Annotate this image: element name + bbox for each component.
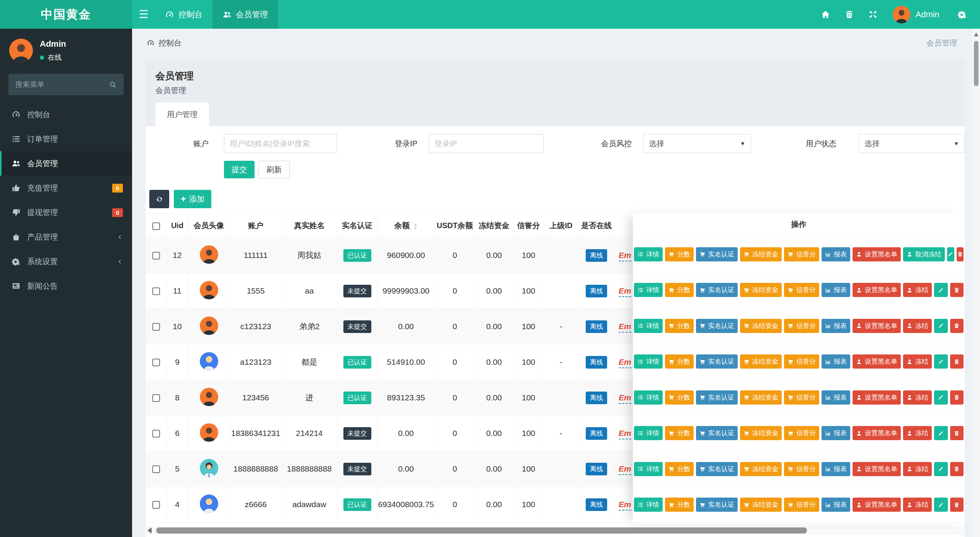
freeze-funds-button[interactable]: 冻结资金 xyxy=(740,283,782,297)
row-checkbox[interactable] xyxy=(152,287,160,295)
horizontal-scrollbar[interactable] xyxy=(145,526,965,535)
report-button[interactable]: 报表 xyxy=(822,283,850,297)
remark-link[interactable]: Em xyxy=(619,393,631,404)
score-button[interactable]: 分数 xyxy=(665,390,694,405)
user-status-select[interactable]: 选择 ▼ xyxy=(859,134,965,153)
login-ip-input[interactable] xyxy=(429,134,544,153)
score-button[interactable]: 分数 xyxy=(665,462,694,476)
scroll-left-arrow-icon[interactable] xyxy=(147,527,152,534)
brand-logo[interactable]: 中国黄金 xyxy=(0,0,132,29)
score-button[interactable]: 分数 xyxy=(665,498,694,512)
freeze-funds-button[interactable]: 冻结资金 xyxy=(740,319,782,333)
sidebar-item-0[interactable]: 控制台 xyxy=(0,102,132,127)
credit-score-button[interactable]: 信誉分 xyxy=(784,319,819,333)
row-checkbox[interactable] xyxy=(152,323,160,331)
set-blacklist-button[interactable]: 设置黑名单 xyxy=(853,426,901,440)
credit-score-button[interactable]: 信誉分 xyxy=(784,426,819,440)
scroll-up-arrow-icon[interactable] xyxy=(974,33,978,36)
member-avatar[interactable] xyxy=(200,352,218,371)
vertical-scrollbar-thumb[interactable] xyxy=(974,41,978,86)
member-avatar[interactable] xyxy=(200,388,218,406)
freeze-funds-button[interactable]: 冻结资金 xyxy=(740,354,782,369)
remark-link[interactable]: Em xyxy=(619,286,631,297)
row-checkbox[interactable] xyxy=(152,465,160,473)
unfreeze-button[interactable]: 取消冻结 xyxy=(903,247,945,261)
sidebar-item-7[interactable]: 新闻公告 xyxy=(0,274,132,298)
delete-button[interactable] xyxy=(950,498,964,512)
nav-tab-console[interactable]: 控制台 xyxy=(155,0,212,29)
credit-score-button[interactable]: 信誉分 xyxy=(784,247,819,261)
detail-button[interactable]: 详情 xyxy=(634,498,663,512)
sidebar-item-3[interactable]: 充值管理0 xyxy=(0,176,132,200)
credit-score-button[interactable]: 信誉分 xyxy=(784,498,819,512)
edit-button[interactable] xyxy=(934,354,948,369)
delete-button[interactable] xyxy=(950,462,964,476)
member-avatar[interactable] xyxy=(200,423,218,442)
report-button[interactable]: 报表 xyxy=(822,426,850,440)
score-button[interactable]: 分数 xyxy=(665,283,694,297)
reload-table-button[interactable] xyxy=(149,190,169,208)
remark-link[interactable]: Em xyxy=(619,322,631,333)
report-button[interactable]: 报表 xyxy=(822,462,850,476)
member-avatar[interactable] xyxy=(200,459,218,477)
horizontal-scrollbar-thumb[interactable] xyxy=(156,527,807,534)
select-all-checkbox[interactable] xyxy=(152,222,160,230)
clear-cache-button[interactable] xyxy=(838,10,861,19)
freeze-button[interactable]: 冻结 xyxy=(903,498,932,512)
delete-button[interactable] xyxy=(957,247,964,261)
user-name[interactable]: Admin xyxy=(916,10,939,20)
set-blacklist-button[interactable]: 设置黑名单 xyxy=(853,319,901,333)
edit-button[interactable] xyxy=(934,283,948,297)
freeze-funds-button[interactable]: 冻结资金 xyxy=(740,390,782,405)
freeze-button[interactable]: 冻结 xyxy=(903,426,932,440)
set-blacklist-button[interactable]: 设置黑名单 xyxy=(853,247,901,261)
report-button[interactable]: 报表 xyxy=(822,247,850,261)
score-button[interactable]: 分数 xyxy=(665,426,694,440)
credit-score-button[interactable]: 信誉分 xyxy=(784,354,819,369)
risk-select[interactable]: 选择 ▼ xyxy=(643,134,751,153)
tab-user-management[interactable]: 用户管理 xyxy=(155,103,209,126)
detail-button[interactable]: 详情 xyxy=(634,426,663,440)
report-button[interactable]: 报表 xyxy=(822,354,850,369)
row-checkbox[interactable] xyxy=(152,394,160,402)
submit-button[interactable]: 提交 xyxy=(224,161,255,178)
delete-button[interactable] xyxy=(950,354,964,369)
set-blacklist-button[interactable]: 设置黑名单 xyxy=(853,354,901,369)
remark-link[interactable]: Em xyxy=(619,429,631,439)
detail-button[interactable]: 详情 xyxy=(634,390,663,405)
realname-auth-button[interactable]: 实名认证 xyxy=(696,390,738,405)
detail-button[interactable]: 详情 xyxy=(634,247,663,261)
remark-link[interactable]: Em xyxy=(619,357,631,368)
freeze-button[interactable]: 冻结 xyxy=(903,354,932,369)
sidebar-item-4[interactable]: 提现管理0 xyxy=(0,200,132,225)
set-blacklist-button[interactable]: 设置黑名单 xyxy=(853,498,901,512)
add-member-button[interactable]: + 添加 xyxy=(174,190,211,208)
sort-icon[interactable]: ▲▼ xyxy=(413,222,418,230)
freeze-funds-button[interactable]: 冻结资金 xyxy=(740,426,782,440)
report-button[interactable]: 报表 xyxy=(822,498,850,512)
report-button[interactable]: 报表 xyxy=(822,390,850,405)
detail-button[interactable]: 详情 xyxy=(634,354,663,369)
row-checkbox[interactable] xyxy=(152,501,160,509)
vertical-scrollbar[interactable] xyxy=(972,29,980,537)
sidebar-item-5[interactable]: 产品管理 xyxy=(0,225,132,249)
realname-auth-button[interactable]: 实名认证 xyxy=(696,283,738,297)
sidebar-item-6[interactable]: 系统设置 xyxy=(0,249,132,274)
credit-score-button[interactable]: 信誉分 xyxy=(784,462,819,476)
freeze-funds-button[interactable]: 冻结资金 xyxy=(740,462,782,476)
edit-button[interactable] xyxy=(947,247,954,261)
edit-button[interactable] xyxy=(934,462,948,476)
remark-link[interactable]: Em xyxy=(619,500,631,511)
column-header[interactable]: 余额▲▼ xyxy=(377,214,435,238)
realname-auth-button[interactable]: 实名认证 xyxy=(696,426,738,440)
sidebar-toggle-button[interactable]: ☰ xyxy=(132,0,155,29)
set-blacklist-button[interactable]: 设置黑名单 xyxy=(853,283,901,297)
freeze-button[interactable]: 冻结 xyxy=(903,283,932,297)
score-button[interactable]: 分数 xyxy=(665,247,694,261)
account-search-input[interactable] xyxy=(224,134,337,153)
realname-auth-button[interactable]: 实名认证 xyxy=(696,247,738,261)
menu-search-input[interactable] xyxy=(15,80,109,89)
remark-link[interactable]: Em xyxy=(619,464,631,475)
freeze-button[interactable]: 冻结 xyxy=(903,462,932,476)
set-blacklist-button[interactable]: 设置黑名单 xyxy=(853,462,901,476)
